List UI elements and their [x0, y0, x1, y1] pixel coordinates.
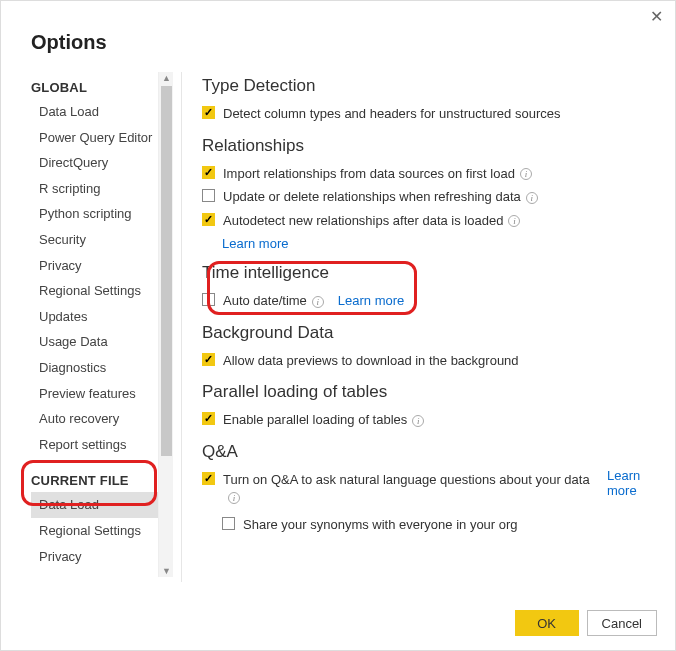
- sidebar: GLOBAL Data Load Power Query Editor Dire…: [31, 72, 173, 577]
- group-parallel-loading: Parallel loading of tables: [202, 382, 651, 402]
- sidebar-header-global: GLOBAL: [31, 80, 173, 95]
- sidebar-item-auto-recovery-global[interactable]: Auto recovery: [31, 406, 173, 432]
- checkbox-update-relationships[interactable]: [202, 189, 215, 202]
- info-icon[interactable]: [412, 415, 424, 427]
- sidebar-item-preview-features[interactable]: Preview features: [31, 381, 173, 407]
- group-relationships: Relationships: [202, 136, 651, 156]
- sidebar-item-data-load-file[interactable]: Data Load: [31, 492, 173, 518]
- label-autodetect-relationships: Autodetect new relationships after data …: [223, 212, 520, 230]
- group-type-detection: Type Detection: [202, 76, 651, 96]
- scroll-thumb[interactable]: [161, 86, 172, 456]
- label-import-relationships: Import relationships from data sources o…: [223, 165, 532, 183]
- close-icon[interactable]: ✕: [650, 9, 663, 25]
- sidebar-item-auto-recovery-file[interactable]: Auto recovery: [31, 569, 173, 577]
- cancel-button[interactable]: Cancel: [587, 610, 657, 636]
- checkbox-autodetect-relationships[interactable]: [202, 213, 215, 226]
- sidebar-item-regional-settings-file[interactable]: Regional Settings: [31, 518, 173, 544]
- link-relationships-learn-more[interactable]: Learn more: [222, 236, 288, 251]
- sidebar-item-security[interactable]: Security: [31, 227, 173, 253]
- sidebar-item-report-settings[interactable]: Report settings: [31, 432, 173, 458]
- info-icon[interactable]: [508, 215, 520, 227]
- info-icon[interactable]: [228, 492, 240, 504]
- checkbox-auto-date-time[interactable]: [202, 293, 215, 306]
- group-background-data: Background Data: [202, 323, 651, 343]
- group-qna: Q&A: [202, 442, 651, 462]
- chevron-up-icon[interactable]: ▲: [162, 73, 171, 83]
- label-detect-column-types: Detect column types and headers for unst…: [223, 105, 560, 123]
- sidebar-header-current-file: CURRENT FILE: [31, 473, 173, 488]
- info-icon[interactable]: [520, 168, 532, 180]
- content-pane: Type Detection Detect column types and h…: [202, 72, 675, 582]
- checkbox-qna-share-synonyms[interactable]: [222, 517, 235, 530]
- sidebar-item-updates[interactable]: Updates: [31, 304, 173, 330]
- label-update-relationships: Update or delete relationships when refr…: [223, 188, 538, 206]
- sidebar-item-usage-data[interactable]: Usage Data: [31, 329, 173, 355]
- label-qna-share-synonyms: Share your synonyms with everyone in you…: [243, 516, 518, 534]
- sidebar-item-privacy-global[interactable]: Privacy: [31, 253, 173, 279]
- checkbox-parallel-loading[interactable]: [202, 412, 215, 425]
- link-qna-learn-more[interactable]: Learn more: [607, 468, 651, 498]
- sidebar-item-privacy-file[interactable]: Privacy: [31, 544, 173, 570]
- sidebar-item-python-scripting[interactable]: Python scripting: [31, 201, 173, 227]
- checkbox-qna-turn-on[interactable]: [202, 472, 215, 485]
- sidebar-item-data-load-global[interactable]: Data Load: [31, 99, 173, 125]
- sidebar-item-r-scripting[interactable]: R scripting: [31, 176, 173, 202]
- label-qna-turn-on: Turn on Q&A to ask natural language ques…: [223, 471, 595, 506]
- checkbox-background-data[interactable]: [202, 353, 215, 366]
- sidebar-item-power-query-editor[interactable]: Power Query Editor: [31, 125, 173, 151]
- group-time-intelligence: Time intelligence: [202, 263, 651, 283]
- chevron-down-icon[interactable]: ▼: [162, 566, 171, 576]
- label-background-data: Allow data previews to download in the b…: [223, 352, 519, 370]
- sidebar-item-directquery[interactable]: DirectQuery: [31, 150, 173, 176]
- sidebar-item-diagnostics[interactable]: Diagnostics: [31, 355, 173, 381]
- info-icon[interactable]: [312, 296, 324, 308]
- divider: [181, 72, 182, 582]
- link-time-intelligence-learn-more[interactable]: Learn more: [338, 292, 404, 310]
- dialog-title: Options: [1, 1, 675, 72]
- label-parallel-loading: Enable parallel loading of tables: [223, 411, 424, 429]
- info-icon[interactable]: [526, 192, 538, 204]
- checkbox-detect-column-types[interactable]: [202, 106, 215, 119]
- label-auto-date-time: Auto date/time: [223, 292, 324, 310]
- ok-button[interactable]: OK: [515, 610, 579, 636]
- checkbox-import-relationships[interactable]: [202, 166, 215, 179]
- sidebar-item-regional-settings-global[interactable]: Regional Settings: [31, 278, 173, 304]
- sidebar-scrollbar[interactable]: ▲ ▼: [158, 72, 173, 577]
